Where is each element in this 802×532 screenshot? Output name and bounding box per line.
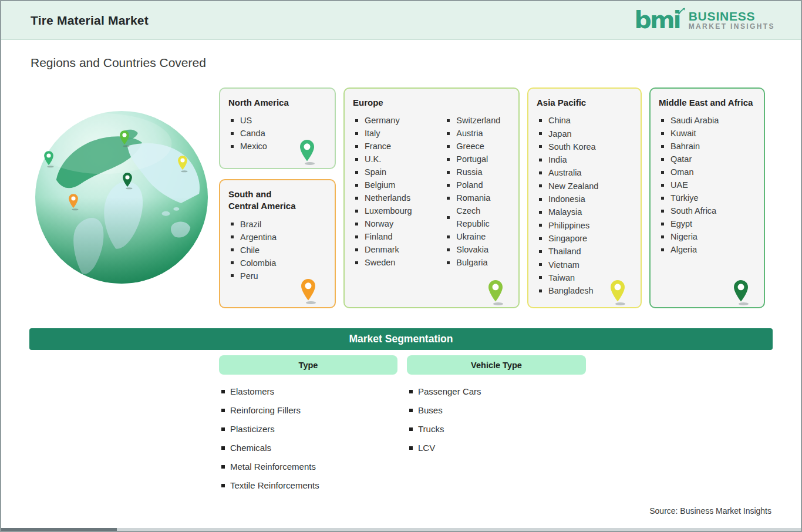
country-item: U.K. bbox=[352, 153, 435, 166]
country-item: Russia bbox=[443, 166, 511, 179]
country-item: Peru bbox=[227, 270, 277, 282]
bullet-icon bbox=[661, 132, 664, 135]
country-name: Netherlands bbox=[365, 191, 410, 204]
logo-line2: MARKET INSIGHTS bbox=[689, 23, 775, 31]
bullet-icon bbox=[231, 223, 234, 225]
country-item: China bbox=[535, 114, 598, 127]
bullet-icon bbox=[447, 184, 450, 187]
country-list: BrazilArgentinaChileColombiaPeru bbox=[227, 218, 277, 282]
country-name: India bbox=[548, 153, 567, 166]
segment-item: Buses bbox=[409, 406, 586, 415]
segment-item-list: Passenger CarsBusesTrucksLCV bbox=[407, 387, 586, 452]
segment-item: Elastomers bbox=[221, 387, 397, 396]
segment-item-label: Elastomers bbox=[230, 386, 274, 396]
horizontal-scrollbar[interactable] bbox=[1, 528, 801, 531]
country-item: Greece bbox=[443, 140, 511, 153]
segment-group: TypeElastomersReinforcing FillersPlastic… bbox=[219, 355, 397, 500]
bullet-icon bbox=[539, 237, 542, 240]
bullet-icon bbox=[661, 145, 664, 148]
segment-group: Vehicle TypePassenger CarsBusesTrucksLCV bbox=[407, 355, 586, 500]
country-item: Malaysia bbox=[535, 206, 598, 218]
country-name: Slovakia bbox=[456, 243, 488, 256]
country-name: Nigeria bbox=[670, 230, 697, 243]
bullet-icon bbox=[447, 248, 450, 251]
country-name: Sweden bbox=[365, 256, 395, 269]
segment-item: Trucks bbox=[409, 425, 586, 433]
market-segmentation-banner: Market Segmentation bbox=[29, 328, 773, 350]
country-name: Italy bbox=[365, 127, 380, 140]
segment-chip-label: Type bbox=[299, 361, 318, 370]
bullet-icon bbox=[355, 197, 358, 200]
region-card-mea: Middle East and AfricaSaudi ArabiaKuwait… bbox=[649, 87, 765, 308]
bullet-icon bbox=[539, 263, 542, 266]
country-name: Thailand bbox=[548, 245, 581, 258]
country-name: Peru bbox=[240, 270, 258, 282]
country-item: Indonesia bbox=[535, 193, 598, 206]
bullet-icon bbox=[221, 484, 225, 487]
segment-item-label: Trucks bbox=[418, 424, 444, 434]
bullet-icon bbox=[661, 248, 664, 251]
country-item: Kuwait bbox=[658, 127, 719, 140]
country-name: Mexico bbox=[240, 140, 267, 153]
country-name: Portugal bbox=[456, 153, 488, 166]
segmentation-groups: TypeElastomersReinforcing FillersPlastic… bbox=[219, 355, 801, 500]
bullet-icon bbox=[231, 274, 234, 277]
segment-item: Chemicals bbox=[221, 443, 397, 452]
bullet-icon bbox=[221, 427, 225, 431]
country-name: Colombia bbox=[240, 257, 276, 270]
country-list: USCandaMexico bbox=[227, 114, 267, 153]
country-name: Finland bbox=[365, 230, 393, 243]
country-name: Bulgaria bbox=[456, 256, 487, 269]
country-name: Austria bbox=[456, 127, 483, 140]
country-name: Greece bbox=[456, 140, 484, 153]
logo-wordmark: BUSINESS MARKET INSIGHTS bbox=[689, 10, 775, 31]
country-item: Brazil bbox=[227, 218, 277, 231]
brand-logo: bmi BUSINESS MARKET INSIGHTS bbox=[635, 9, 775, 31]
bullet-icon bbox=[355, 158, 358, 161]
segment-item-label: LCV bbox=[418, 443, 435, 453]
country-item: Czech Republic bbox=[443, 204, 511, 230]
location-pin-icon bbox=[299, 278, 317, 305]
country-name: Brazil bbox=[240, 218, 261, 231]
scrollbar-thumb[interactable] bbox=[1, 528, 117, 531]
bullet-icon bbox=[539, 171, 542, 174]
country-item: Austria bbox=[443, 127, 511, 140]
country-item: Türkiye bbox=[658, 191, 719, 204]
country-item: Luxembourg bbox=[352, 204, 435, 217]
bullet-icon bbox=[539, 145, 542, 148]
country-item: Chile bbox=[227, 244, 277, 257]
location-pin-icon bbox=[487, 279, 504, 306]
globe-location-pin-icon bbox=[68, 193, 79, 211]
bullet-icon bbox=[355, 210, 358, 213]
region-card-na: North AmericaUSCandaMexico bbox=[219, 87, 336, 169]
country-name: Singapore bbox=[548, 232, 587, 245]
regions-cards-row: EuropeGermanyItalyFranceU.K.SpainBelgium… bbox=[343, 87, 765, 308]
country-item: Australia bbox=[535, 166, 598, 179]
region-title: Asia Pacific bbox=[535, 95, 633, 110]
country-name: Bangladesh bbox=[548, 284, 594, 297]
globe-location-pin-icon bbox=[119, 130, 130, 147]
country-name: Kuwait bbox=[670, 127, 696, 140]
country-list: SwitzerlandAustriaGreecePortugalRussiaPo… bbox=[443, 114, 511, 269]
logo-arrow-icon bbox=[678, 7, 686, 15]
bullet-icon bbox=[231, 119, 234, 122]
segment-item-label: Passenger Cars bbox=[418, 386, 481, 396]
bullet-icon bbox=[661, 171, 664, 174]
country-name: Taiwan bbox=[548, 271, 575, 284]
country-name: Qatar bbox=[670, 153, 692, 166]
bullet-icon bbox=[447, 158, 450, 161]
bullet-icon bbox=[447, 132, 450, 135]
country-name: Bahrain bbox=[670, 140, 700, 153]
country-item: Taiwan bbox=[535, 271, 598, 284]
section-title: Regions and Countries Covered bbox=[31, 56, 801, 70]
bullet-icon bbox=[539, 289, 542, 292]
bullet-icon bbox=[355, 223, 358, 225]
country-name: Norway bbox=[365, 217, 393, 230]
country-item: UAE bbox=[658, 179, 719, 191]
bullet-icon bbox=[231, 248, 234, 251]
bullet-icon bbox=[661, 119, 664, 122]
bullet-icon bbox=[221, 465, 225, 469]
bullet-icon bbox=[539, 250, 542, 253]
country-item: India bbox=[535, 153, 598, 166]
infographic-page: Tire Material Market bmi BUSINESS MARKET… bbox=[0, 0, 802, 532]
